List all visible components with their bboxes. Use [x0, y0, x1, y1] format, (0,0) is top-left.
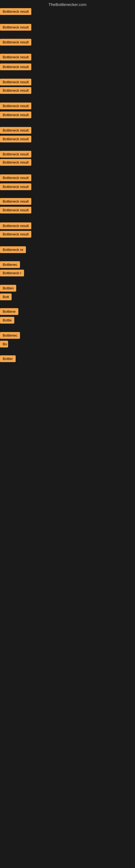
bottleneck-badge-22[interactable]: Bottleneck r: [0, 270, 24, 276]
bottleneck-item-4: Bottleneck result: [0, 54, 31, 62]
bottleneck-item-9: Bottleneck result: [0, 112, 31, 119]
bottleneck-item-15: Bottleneck result: [0, 183, 31, 191]
bottleneck-badge-16[interactable]: Bottleneck result: [0, 198, 31, 205]
bottleneck-badge-13[interactable]: Bottleneck result: [0, 159, 31, 166]
bottleneck-item-19: Bottleneck result: [0, 231, 31, 239]
bottleneck-item-13: Bottleneck result: [0, 159, 31, 167]
bottleneck-badge-12[interactable]: Bottleneck result: [0, 151, 31, 158]
bottleneck-badge-14[interactable]: Bottleneck result: [0, 175, 31, 181]
bottleneck-item-22: Bottleneck r: [0, 270, 24, 278]
site-header: TheBottlenecker.com: [0, 0, 135, 9]
bottleneck-item-16: Bottleneck result: [0, 198, 31, 206]
bottleneck-badge-20[interactable]: Bottleneck re: [0, 246, 26, 253]
bottleneck-item-23: Bottlen: [0, 285, 16, 293]
bottleneck-badge-1[interactable]: Bottleneck result: [0, 8, 31, 15]
bottleneck-badge-15[interactable]: Bottleneck result: [0, 183, 31, 190]
bottleneck-badge-10[interactable]: Bottleneck result: [0, 127, 31, 134]
bottleneck-item-10: Bottleneck result: [0, 127, 31, 135]
bottleneck-badge-5[interactable]: Bottleneck result: [0, 63, 31, 70]
bottleneck-badge-11[interactable]: Bottleneck result: [0, 135, 31, 143]
bottleneck-badge-6[interactable]: Bottleneck result: [0, 79, 31, 86]
bottleneck-badge-7[interactable]: Bottleneck result: [0, 87, 31, 94]
bottleneck-item-17: Bottleneck result: [0, 207, 31, 215]
bottleneck-badge-18[interactable]: Bottleneck result: [0, 222, 31, 229]
bottleneck-item-8: Bottleneck result: [0, 102, 31, 111]
bottleneck-badge-3[interactable]: Bottleneck result: [0, 39, 31, 45]
bottleneck-badge-9[interactable]: Bottleneck result: [0, 112, 31, 118]
bottleneck-badge-23[interactable]: Bottlen: [0, 285, 16, 291]
bottleneck-badge-24[interactable]: Bott: [0, 293, 12, 300]
site-title: TheBottlenecker.com: [49, 2, 87, 7]
bottleneck-item-24: Bott: [0, 293, 12, 301]
bottleneck-badge-8[interactable]: Bottleneck result: [0, 102, 31, 109]
bottleneck-badge-4[interactable]: Bottleneck result: [0, 54, 31, 61]
bottleneck-item-3: Bottleneck result: [0, 39, 31, 46]
bottleneck-item-14: Bottleneck result: [0, 175, 31, 182]
bottleneck-item-1: Bottleneck result: [0, 8, 31, 16]
bottleneck-item-2: Bottleneck result: [0, 24, 31, 32]
bottleneck-badge-28[interactable]: Bo: [0, 341, 8, 347]
bottleneck-badge-25[interactable]: Bottlene: [0, 308, 18, 315]
bottleneck-item-21: Bottlenec: [0, 261, 20, 269]
bottleneck-badge-26[interactable]: Bottle: [0, 317, 14, 323]
bottleneck-item-25: Bottlene: [0, 308, 18, 316]
bottleneck-badge-29[interactable]: Bottler: [0, 355, 16, 362]
bottleneck-item-29: Bottler: [0, 355, 16, 363]
bottleneck-item-18: Bottleneck result: [0, 222, 31, 230]
bottleneck-badge-21[interactable]: Bottlenec: [0, 261, 20, 268]
bottleneck-item-7: Bottleneck result: [0, 87, 31, 95]
bottleneck-item-5: Bottleneck result: [0, 63, 31, 71]
bottleneck-item-12: Bottleneck result: [0, 151, 31, 159]
bottleneck-item-28: Bo: [0, 341, 8, 348]
bottleneck-item-6: Bottleneck result: [0, 79, 31, 87]
bottleneck-badge-27[interactable]: Bottlenec: [0, 332, 20, 339]
bottleneck-badge-2[interactable]: Bottleneck result: [0, 24, 31, 31]
bottleneck-badge-17[interactable]: Bottleneck result: [0, 207, 31, 214]
bottleneck-badge-19[interactable]: Bottleneck result: [0, 231, 31, 238]
bottleneck-item-20: Bottleneck re: [0, 246, 26, 254]
bottleneck-item-11: Bottleneck result: [0, 135, 31, 144]
bottleneck-item-26: Bottle: [0, 317, 14, 325]
bottleneck-item-27: Bottlenec: [0, 332, 20, 340]
